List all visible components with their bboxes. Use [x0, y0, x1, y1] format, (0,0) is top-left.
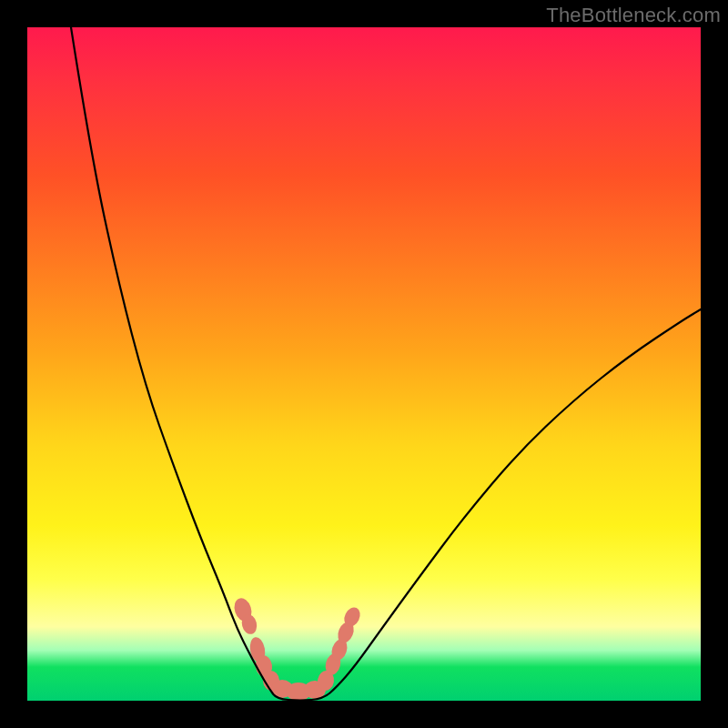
chart-frame: TheBottleneck.com: [0, 0, 728, 728]
bottleneck-curve: [71, 27, 701, 701]
plot-area: [27, 27, 701, 701]
watermark-text: TheBottleneck.com: [546, 4, 721, 27]
curve-layer: [27, 27, 701, 701]
marker-layer: [231, 596, 363, 701]
